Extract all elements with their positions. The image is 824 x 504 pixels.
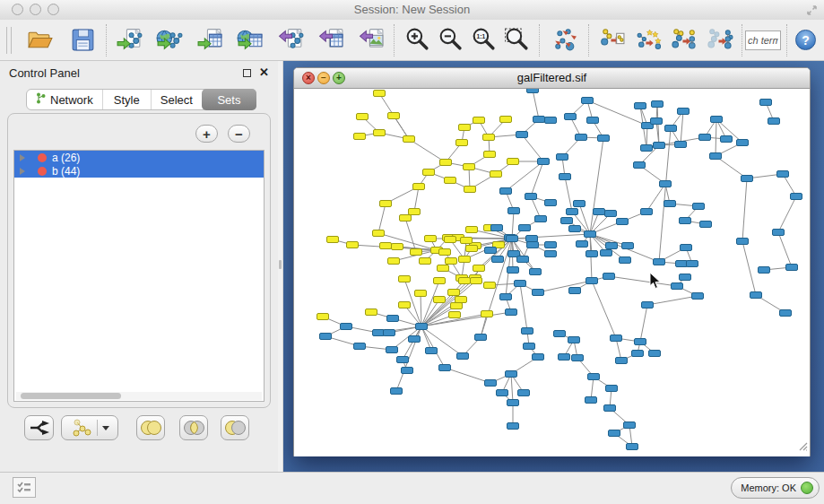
graph-node[interactable]	[760, 100, 772, 106]
graph-node[interactable]	[409, 336, 421, 343]
graph-node[interactable]	[426, 348, 438, 354]
network-graph[interactable]	[294, 89, 810, 456]
graph-node[interactable]	[522, 328, 533, 335]
graph-node[interactable]	[768, 118, 780, 125]
graph-node[interactable]	[416, 324, 428, 330]
graph-node[interactable]	[557, 154, 568, 161]
task-history-button[interactable]	[13, 477, 36, 498]
graph-node[interactable]	[457, 353, 469, 360]
graph-node[interactable]	[445, 178, 456, 184]
graph-node[interactable]	[576, 135, 587, 141]
graph-node[interactable]	[373, 330, 385, 336]
zoom-out-icon[interactable]	[436, 24, 465, 56]
split-set-button[interactable]	[24, 415, 54, 440]
graph-node[interactable]	[545, 117, 557, 124]
export-image-icon[interactable]	[357, 24, 386, 56]
network-window[interactable]: × − + galFiltered.sif	[293, 67, 811, 456]
graph-node[interactable]	[620, 257, 631, 264]
graph-node[interactable]	[475, 335, 487, 341]
graph-node[interactable]	[491, 225, 503, 231]
graph-node[interactable]	[603, 274, 615, 280]
graph-node[interactable]	[742, 176, 753, 182]
import-network-from-web-icon[interactable]	[155, 24, 185, 56]
resize-grip-icon[interactable]	[797, 439, 808, 455]
graph-node[interactable]	[481, 311, 493, 317]
graph-node[interactable]	[654, 143, 665, 149]
graph-node[interactable]	[622, 243, 634, 249]
graph-node[interactable]	[586, 251, 598, 257]
graph-node[interactable]	[471, 278, 482, 284]
graph-node[interactable]	[445, 237, 456, 243]
tab-select[interactable]: Select	[151, 90, 202, 109]
graph-node[interactable]	[711, 117, 723, 123]
network-window-titlebar[interactable]: × − + galFiltered.sif	[294, 68, 810, 89]
graph-node[interactable]	[415, 291, 427, 297]
graph-node[interactable]	[497, 390, 508, 396]
graph-node[interactable]	[572, 355, 584, 361]
graph-node[interactable]	[459, 278, 471, 284]
graph-node[interactable]	[635, 103, 646, 109]
graph-node[interactable]	[506, 371, 517, 378]
graph-node[interactable]	[391, 388, 403, 395]
graph-node[interactable]	[507, 423, 519, 430]
graph-node[interactable]	[642, 302, 654, 308]
add-set-button[interactable]: +	[195, 125, 218, 143]
graph-node[interactable]	[605, 211, 617, 217]
graph-node[interactable]	[374, 130, 386, 136]
graph-node[interactable]	[574, 201, 585, 207]
graph-node[interactable]	[577, 241, 588, 248]
graph-node[interactable]	[634, 162, 646, 169]
graph-node[interactable]	[606, 386, 618, 392]
graph-node[interactable]	[500, 188, 512, 195]
graph-node[interactable]	[434, 297, 446, 303]
graph-node[interactable]	[341, 324, 352, 330]
graph-node[interactable]	[519, 225, 531, 231]
graph-node[interactable]	[411, 249, 422, 256]
graph-node[interactable]	[485, 248, 497, 254]
graph-node[interactable]	[399, 276, 411, 282]
graph-node[interactable]	[449, 312, 461, 318]
graph-node[interactable]	[759, 267, 770, 274]
graph-node[interactable]	[651, 118, 663, 125]
graph-node[interactable]	[384, 330, 395, 336]
export-network-icon[interactable]	[276, 24, 306, 56]
graph-node[interactable]	[399, 302, 411, 308]
graph-node[interactable]	[517, 256, 529, 263]
difference-sets-button[interactable]	[221, 415, 249, 440]
apply-preferred-layout-icon[interactable]	[550, 24, 579, 56]
graph-node[interactable]	[582, 98, 594, 104]
expander-icon[interactable]	[20, 154, 25, 161]
union-sets-button[interactable]	[136, 415, 165, 440]
graph-node[interactable]	[587, 117, 599, 124]
graph-node[interactable]	[678, 109, 690, 115]
close-panel-icon[interactable]: ✕	[259, 65, 269, 79]
graph-node[interactable]	[425, 236, 437, 242]
graph-node[interactable]	[601, 250, 612, 256]
create-set-from-network-button[interactable]	[61, 415, 118, 440]
graph-node[interactable]	[400, 215, 412, 222]
graph-node[interactable]	[373, 230, 385, 237]
graph-node[interactable]	[616, 358, 628, 364]
graph-node[interactable]	[366, 309, 377, 316]
graph-node[interactable]	[484, 152, 496, 158]
hide-selected-icon[interactable]	[669, 24, 698, 56]
graph-node[interactable]	[347, 242, 359, 248]
graph-node[interactable]	[354, 134, 366, 140]
graph-node[interactable]	[492, 256, 504, 263]
graph-node[interactable]	[524, 343, 535, 350]
graph-node[interactable]	[786, 265, 798, 271]
graph-node[interactable]	[466, 227, 478, 233]
graph-node[interactable]	[420, 258, 431, 265]
horizontal-scrollbar[interactable]	[16, 392, 262, 400]
graph-node[interactable]	[617, 219, 629, 225]
help-button[interactable]: ?	[795, 30, 816, 50]
graph-node[interactable]	[438, 265, 449, 272]
graph-node[interactable]	[397, 357, 409, 363]
graph-node[interactable]	[680, 218, 691, 224]
zoom-actual-size-icon[interactable]: 1:1	[469, 24, 499, 56]
graph-node[interactable]	[594, 209, 605, 215]
graph-node[interactable]	[710, 153, 722, 160]
window-titlebar[interactable]: Session: New Session	[0, 0, 824, 21]
graph-node[interactable]	[473, 265, 485, 272]
graph-node[interactable]	[357, 114, 369, 120]
